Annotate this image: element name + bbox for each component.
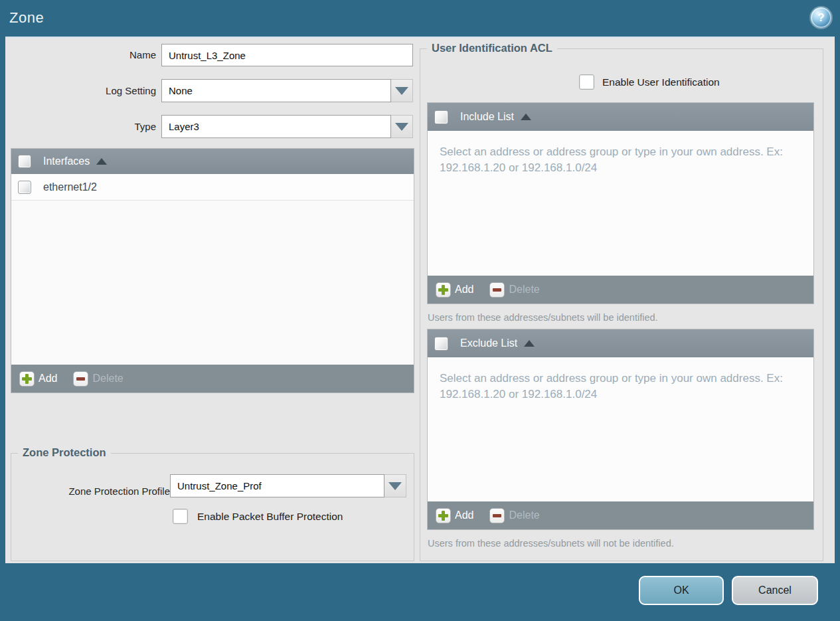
name-value: Untrust_L3_Zone (169, 50, 246, 61)
zone-protection-profile-dropdown[interactable]: Untrust_Zone_Prof (170, 474, 406, 497)
chevron-down-icon (388, 482, 402, 490)
exclude-select-all-checkbox[interactable] (434, 337, 448, 351)
interfaces-header-label: Interfaces (43, 155, 90, 167)
dialog-title: Zone (9, 9, 44, 27)
packet-buffer-protection-label: Enable Packet Buffer Protection (197, 511, 343, 523)
include-list-header[interactable]: Include List (428, 103, 813, 131)
exclude-list-caption: Users from these addresses/subnets will … (428, 538, 674, 549)
exclude-actions-bar: Add Delete (428, 501, 813, 529)
enable-user-identification-label: Enable User Identification (602, 76, 720, 88)
add-button[interactable]: Add (436, 508, 473, 523)
exclude-list-body[interactable]: Select an address or address group or ty… (428, 357, 813, 501)
include-list-placeholder: Select an address or address group or ty… (440, 144, 785, 176)
exclude-list-header-label: Exclude List (460, 337, 517, 349)
table-row[interactable]: ethernet1/2 (11, 174, 414, 201)
log-setting-dropdown-button[interactable] (391, 79, 413, 102)
zone-protection-section: Zone Protection Zone Protection Profile … (11, 453, 414, 561)
interfaces-table: Interfaces ethernet1/2 Add Delete (11, 148, 414, 393)
chevron-down-icon (395, 87, 408, 95)
include-list-body[interactable]: Select an address or address group or ty… (428, 131, 813, 276)
chevron-down-icon (395, 123, 408, 131)
add-button[interactable]: Add (436, 282, 473, 298)
include-select-all-checkbox[interactable] (434, 110, 448, 124)
add-label: Add (455, 509, 473, 521)
log-setting-label: Log Setting (40, 84, 156, 98)
exclude-list-placeholder: Select an address or address group or ty… (440, 371, 785, 402)
interface-row-checkbox[interactable] (18, 181, 31, 194)
type-value: Layer3 (169, 121, 199, 132)
enable-user-identification-checkbox[interactable] (579, 74, 594, 90)
help-icon[interactable]: ? (811, 7, 831, 28)
log-setting-value-box[interactable]: None (161, 79, 391, 102)
plus-icon (436, 508, 451, 523)
delete-button[interactable]: Delete (489, 282, 539, 298)
plus-icon (436, 282, 451, 298)
zone-protection-profile-value: Untrust_Zone_Prof (177, 480, 262, 491)
delete-button[interactable]: Delete (489, 508, 539, 523)
user-id-acl-section: User Identification ACL Enable User Iden… (420, 48, 823, 561)
delete-label: Delete (92, 373, 123, 385)
cancel-button[interactable]: Cancel (732, 576, 818, 605)
exclude-list-table: Exclude List Select an address or addres… (427, 329, 814, 530)
dialog-titlebar: Zone ? (0, 0, 840, 37)
name-label: Name (40, 48, 156, 62)
interfaces-actions-bar: Add Delete (11, 365, 414, 393)
user-id-acl-legend: User Identification ACL (427, 42, 557, 54)
include-actions-bar: Add Delete (428, 276, 813, 304)
zone-protection-profile-label: Zone Protection Profile (22, 485, 170, 498)
include-list-header-label: Include List (460, 111, 514, 123)
delete-button[interactable]: Delete (73, 371, 123, 387)
ok-button[interactable]: OK (639, 576, 724, 605)
delete-label: Delete (509, 509, 539, 521)
ok-label: OK (673, 584, 689, 596)
minus-icon (489, 282, 505, 298)
name-input[interactable]: Untrust_L3_Zone (161, 44, 413, 66)
minus-icon (73, 371, 88, 387)
type-dropdown[interactable]: Layer3 (161, 115, 413, 138)
include-list-caption: Users from these addresses/subnets will … (428, 312, 658, 323)
interface-name: ethernet1/2 (43, 181, 97, 193)
zone-protection-profile-value-box[interactable]: Untrust_Zone_Prof (170, 474, 384, 497)
zone-dialog: Zone ? Name Untrust_L3_Zone Log Setting … (0, 0, 840, 621)
log-setting-value: None (169, 85, 193, 96)
add-label: Add (455, 284, 473, 296)
plus-icon (19, 371, 35, 387)
include-list-table: Include List Select an address or addres… (427, 102, 814, 304)
question-glyph: ? (817, 11, 824, 25)
add-button[interactable]: Add (19, 371, 57, 387)
packet-buffer-protection-checkbox[interactable] (173, 509, 188, 524)
delete-label: Delete (509, 284, 539, 296)
add-label: Add (39, 373, 57, 385)
sort-asc-icon[interactable] (521, 114, 531, 120)
exclude-list-header[interactable]: Exclude List (428, 329, 813, 357)
sort-asc-icon[interactable] (524, 340, 535, 347)
type-label: Type (40, 120, 156, 133)
type-dropdown-button[interactable] (391, 115, 413, 138)
zone-protection-legend: Zone Protection (18, 446, 111, 459)
log-setting-dropdown[interactable]: None (161, 79, 413, 102)
sort-asc-icon[interactable] (96, 158, 107, 165)
type-value-box[interactable]: Layer3 (161, 115, 391, 138)
zone-protection-profile-dropdown-button[interactable] (384, 474, 406, 497)
minus-icon (489, 508, 505, 523)
interfaces-header[interactable]: Interfaces (11, 149, 414, 174)
cancel-label: Cancel (758, 584, 792, 596)
interfaces-select-all-checkbox[interactable] (18, 155, 31, 168)
